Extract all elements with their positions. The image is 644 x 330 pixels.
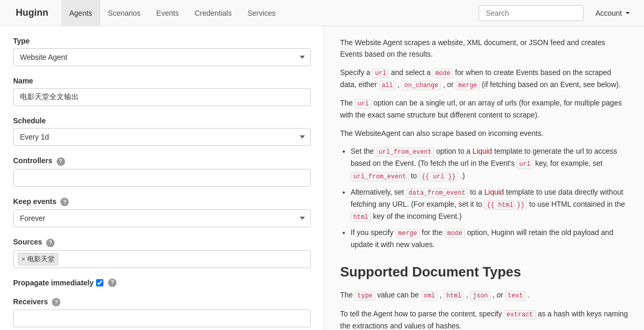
extract-code: extract xyxy=(504,310,535,320)
doc-intro: The Website Agent scrapes a website, XML… xyxy=(340,37,628,60)
type-code: type xyxy=(355,291,375,301)
url-from-event-code-1: url_from_event xyxy=(376,147,434,157)
nav-scenarios[interactable]: Scenarios xyxy=(100,0,149,26)
account-menu[interactable]: Account xyxy=(589,6,636,20)
doc-bullets: Set the url_from_event option to a Liqui… xyxy=(351,145,628,251)
html-template-code: {{ html }} xyxy=(484,200,527,210)
sources-tag: × 电影天堂 xyxy=(18,253,58,265)
doc-bullet-2: Alternatively, set data_from_event to a … xyxy=(351,186,628,223)
controllers-help-icon[interactable]: ? xyxy=(57,157,65,166)
data-from-event-code: data_from_event xyxy=(406,188,468,198)
sources-tag-input[interactable]: × 电影天堂 xyxy=(13,250,311,268)
xml-code: xml xyxy=(421,291,438,301)
schedule-label: Schedule xyxy=(13,116,311,125)
sources-help-icon[interactable]: ? xyxy=(46,239,55,247)
receivers-help-icon[interactable]: ? xyxy=(52,298,60,306)
propagate-group: Propagate immediately ? xyxy=(13,279,311,287)
nav-events[interactable]: Events xyxy=(149,0,187,26)
receivers-input[interactable] xyxy=(13,310,311,327)
doc-p2: Specify a url and select a mode for when… xyxy=(340,67,628,91)
type-select-wrapper: Website Agent xyxy=(13,48,311,66)
controllers-label: Controllers ? xyxy=(13,156,311,166)
text-code: text xyxy=(505,291,526,301)
sources-label: Sources ? xyxy=(13,238,311,247)
type-select[interactable]: Website Agent xyxy=(13,48,311,66)
nav-credentials[interactable]: Credentials xyxy=(187,0,240,26)
left-panel: Type Website Agent Name Schedule Every 1… xyxy=(0,26,324,330)
doc-bullet-3: If you specify merge for the mode option… xyxy=(351,227,628,251)
merge-code-1: merge xyxy=(456,81,480,90)
propagate-label: Propagate immediately ? xyxy=(13,279,117,287)
liquid-link-2[interactable]: Liquid xyxy=(484,188,504,196)
receivers-label: Receivers ? xyxy=(13,297,311,307)
name-label: Name xyxy=(13,77,311,85)
keep-events-select[interactable]: Forever xyxy=(13,209,311,227)
name-group: Name xyxy=(13,77,311,106)
keep-events-group: Keep events ? Forever xyxy=(13,197,311,228)
navbar: Huginn Agents Scenarios Events Credentia… xyxy=(0,0,644,26)
propagate-help-icon[interactable]: ? xyxy=(108,279,117,287)
url-code-1: url xyxy=(372,69,389,78)
url-from-event-code-2: url_from_event xyxy=(351,172,409,182)
search-input[interactable] xyxy=(479,5,584,21)
liquid-link-1[interactable]: Liquid xyxy=(472,147,492,155)
type-label: Type xyxy=(13,37,311,45)
account-label: Account xyxy=(595,9,622,17)
keep-events-label: Keep events ? xyxy=(13,197,311,207)
doc-bullet-1: Set the url_from_event option to a Liqui… xyxy=(351,145,628,182)
keep-events-help-icon[interactable]: ? xyxy=(60,198,69,206)
mode-code-2: mode xyxy=(445,229,465,238)
main-container: Type Website Agent Name Schedule Every 1… xyxy=(0,26,644,330)
nav-services[interactable]: Services xyxy=(239,0,283,26)
controllers-input[interactable] xyxy=(13,169,311,187)
schedule-select-wrapper: Every 1d xyxy=(13,128,311,146)
propagate-checkbox[interactable] xyxy=(96,279,103,286)
tag-remove-icon[interactable]: × xyxy=(22,256,25,263)
type-group: Type Website Agent xyxy=(13,37,311,66)
all-code: all xyxy=(379,81,396,90)
url-template-code: {{ url }} xyxy=(419,172,458,182)
merge-code-2: merge xyxy=(396,229,420,238)
html-doc-code: html xyxy=(444,291,464,301)
receivers-group: Receivers ? xyxy=(13,297,311,328)
supported-types-heading: Supported Document Types xyxy=(340,261,628,283)
url-code-3: url xyxy=(516,159,533,169)
schedule-group: Schedule Every 1d xyxy=(13,116,311,146)
tag-text: 电影天堂 xyxy=(27,254,55,264)
url-code-2: url xyxy=(355,99,372,109)
doc-p5: The type value can be xml , html , json … xyxy=(340,289,628,301)
on-change-code: on_change xyxy=(402,81,441,90)
json-code: json xyxy=(470,291,491,301)
schedule-select[interactable]: Every 1d xyxy=(13,128,311,146)
controllers-group: Controllers ? xyxy=(13,156,311,187)
doc-p3: The url option can be a single url, or a… xyxy=(340,97,628,121)
keep-events-select-wrapper: Forever xyxy=(13,209,311,227)
right-panel: The Website Agent scrapes a website, XML… xyxy=(324,26,644,330)
account-caret-icon xyxy=(626,12,630,14)
name-input[interactable] xyxy=(13,88,311,106)
sources-group: Sources ? × 电影天堂 xyxy=(13,238,311,268)
mode-code-1: mode xyxy=(432,69,453,78)
nav-agents[interactable]: Agents xyxy=(61,0,100,26)
doc-p6: To tell the Agent how to parse the conte… xyxy=(340,308,628,330)
html-code: html xyxy=(351,212,371,222)
brand-logo[interactable]: Huginn xyxy=(8,0,56,26)
doc-p4: The WebsiteAgent can also scrape based o… xyxy=(340,127,628,139)
